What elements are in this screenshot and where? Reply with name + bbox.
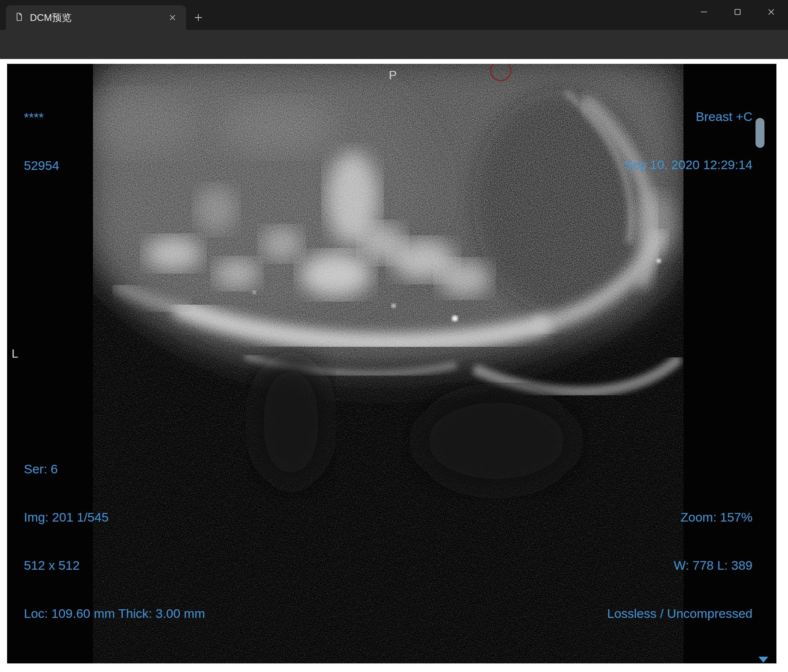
image-number: Img: 201 1/545 [24,509,205,525]
orientation-marker-posterior: P [389,68,397,82]
minimize-button[interactable] [687,0,721,24]
navigation-toolbar: https://file.kkview.cn/onlinePreview?url… [0,30,788,59]
window-controls [687,0,788,24]
page-background: **** 52954 Breast +C Sep 10, 2020 12:29:… [0,59,788,672]
browser-tab[interactable]: DCM预览 [6,5,186,30]
zoom-level: Zoom: 157% [607,509,753,525]
window-level: W: 778 L: 389 [607,557,753,574]
dicom-viewer: **** 52954 Breast +C Sep 10, 2020 12:29:… [7,64,777,663]
document-icon [14,12,24,23]
tab-close-button[interactable] [166,11,179,24]
study-datetime: Sep 10, 2020 12:29:14 [624,157,753,173]
tab-title: DCM预览 [30,11,160,24]
patient-id: 52954 [24,157,59,174]
slice-scrollbar-thumb[interactable] [756,118,764,148]
browser-window: DCM预览 [0,0,788,672]
series-number: Ser: 6 [24,461,205,477]
patient-info-overlay: **** 52954 [24,77,59,206]
series-info-overlay: Ser: 6 Img: 201 1/545 512 x 512 Loc: 109… [24,429,205,654]
slice-scroll-down-arrow-icon[interactable] [758,657,768,662]
study-info-overlay: Breast +C Sep 10, 2020 12:29:14 [624,76,753,205]
image-matrix: 512 x 512 [24,557,205,574]
tab-strip: DCM预览 [0,0,788,30]
new-tab-button[interactable] [190,9,207,26]
patient-name-masked: **** [24,109,59,125]
orientation-marker-left: L [11,347,18,361]
display-info-overlay: Zoom: 157% W: 778 L: 389 Lossless / Unco… [607,477,753,654]
study-description: Breast +C [624,109,753,125]
slice-location: Loc: 109.60 mm Thick: 3.00 mm [24,605,205,621]
maximize-button[interactable] [721,0,755,24]
compression-info: Lossless / Uncompressed [607,605,753,621]
close-window-button[interactable] [755,0,788,24]
